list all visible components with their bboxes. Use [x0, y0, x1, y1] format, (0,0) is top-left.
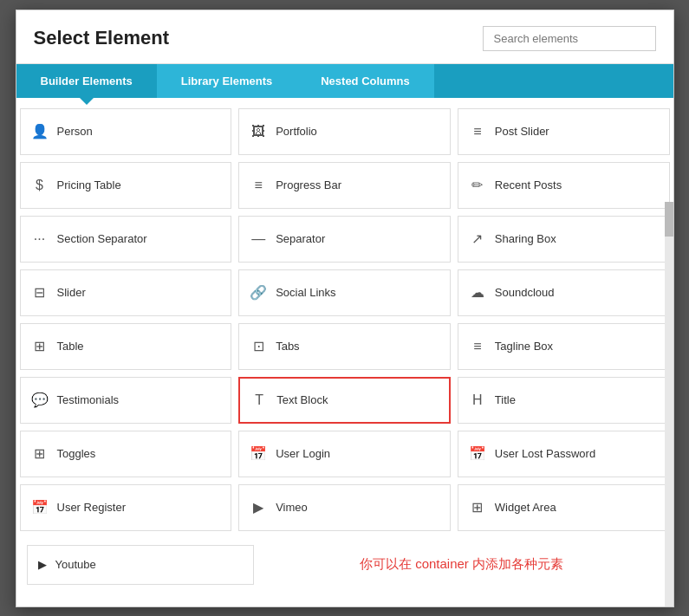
slider-icon: ⊟ — [31, 284, 49, 301]
toggles-label: Toggles — [57, 447, 96, 460]
list-item-person[interactable]: 👤Person — [20, 108, 232, 155]
user-login-label: User Login — [276, 447, 330, 460]
youtube-icon: ▶ — [38, 558, 47, 571]
user-lost-password-icon: 📅 — [469, 445, 486, 462]
person-label: Person — [57, 125, 93, 138]
list-item-soundcloud[interactable]: ☁Soundcloud — [458, 269, 670, 316]
pricing-table-icon: $ — [31, 178, 49, 193]
list-item-separator[interactable]: —Separator — [238, 216, 451, 263]
user-register-icon: 📅 — [31, 499, 49, 515]
list-item-toggles[interactable]: ⊞Toggles — [20, 431, 232, 477]
list-item-text-block[interactable]: TText Block — [238, 377, 451, 424]
tab-nested-columns[interactable]: Nested Columns — [296, 64, 434, 98]
slider-label: Slider — [57, 286, 86, 299]
bottom-area: ▶ Youtube 你可以在 container 内添加各种元素 — [16, 535, 673, 595]
list-item-pricing-table[interactable]: $Pricing Table — [20, 162, 232, 209]
scrollbar-track[interactable] — [665, 202, 673, 606]
recent-posts-icon: ✏ — [469, 177, 486, 193]
soundcloud-label: Soundcloud — [495, 286, 555, 299]
separator-label: Separator — [276, 232, 325, 245]
list-item-table[interactable]: ⊞Table — [20, 323, 232, 370]
list-item-title[interactable]: HTitle — [458, 377, 670, 424]
section-separator-label: Section Separator — [57, 232, 147, 245]
modal-title: Select Element — [34, 27, 170, 49]
list-item-recent-posts[interactable]: ✏Recent Posts — [458, 162, 670, 209]
tagline-box-icon: ≡ — [469, 339, 486, 354]
list-item-sharing-box[interactable]: ↗Sharing Box — [458, 216, 670, 263]
list-item-testimonials[interactable]: 💬Testimonials — [20, 377, 232, 424]
list-item-social-links[interactable]: 🔗Social Links — [238, 269, 451, 316]
tab-builder-elements[interactable]: Builder Elements — [16, 64, 157, 98]
list-item-tagline-box[interactable]: ≡Tagline Box — [458, 323, 670, 370]
list-item-slider[interactable]: ⊟Slider — [20, 269, 232, 316]
user-lost-password-label: User Lost Password — [495, 447, 595, 460]
table-icon: ⊞ — [31, 338, 49, 354]
progress-bar-icon: ≡ — [250, 178, 267, 193]
separator-icon: — — [250, 231, 267, 247]
portfolio-label: Portfolio — [276, 125, 317, 138]
toggles-icon: ⊞ — [31, 445, 49, 462]
user-register-label: User Register — [57, 501, 126, 514]
post-slider-icon: ≡ — [469, 124, 486, 139]
sharing-box-label: Sharing Box — [495, 232, 556, 245]
sharing-box-icon: ↗ — [469, 230, 486, 247]
table-label: Table — [57, 340, 84, 353]
soundcloud-icon: ☁ — [469, 284, 486, 301]
tabs-bar: Builder Elements Library Elements Nested… — [16, 64, 673, 98]
testimonials-label: Testimonials — [57, 393, 120, 406]
portfolio-icon: 🖼 — [250, 124, 267, 139]
progress-bar-label: Progress Bar — [276, 178, 341, 191]
user-login-icon: 📅 — [250, 445, 267, 462]
elements-grid: 👤Person🖼Portfolio≡Post Slider$Pricing Ta… — [16, 105, 673, 535]
list-item-section-separator[interactable]: ···Section Separator — [20, 216, 232, 263]
post-slider-label: Post Slider — [495, 125, 549, 138]
search-input[interactable] — [483, 26, 656, 51]
pricing-table-label: Pricing Table — [57, 178, 121, 191]
list-item-widget-area[interactable]: ⊞Widget Area — [458, 484, 670, 531]
modal-header: Select Element — [16, 10, 673, 64]
list-item-portfolio[interactable]: 🖼Portfolio — [238, 108, 451, 155]
list-item-user-login[interactable]: 📅User Login — [238, 431, 451, 477]
social-links-icon: 🔗 — [250, 284, 267, 301]
tagline-box-label: Tagline Box — [495, 340, 553, 353]
tab-library-elements[interactable]: Library Elements — [157, 64, 297, 98]
youtube-label: Youtube — [55, 558, 96, 571]
testimonials-icon: 💬 — [31, 392, 49, 408]
list-item-post-slider[interactable]: ≡Post Slider — [458, 108, 670, 155]
title-label: Title — [495, 393, 516, 406]
list-item-tabs[interactable]: ⊡Tabs — [238, 323, 451, 370]
social-links-label: Social Links — [276, 286, 335, 299]
list-item-youtube[interactable]: ▶ Youtube — [27, 545, 254, 585]
widget-area-label: Widget Area — [495, 501, 556, 514]
list-item-vimeo[interactable]: ▶Vimeo — [238, 484, 451, 531]
person-icon: 👤 — [31, 123, 49, 139]
select-element-modal: Select Element Builder Elements Library … — [16, 10, 674, 607]
widget-area-icon: ⊞ — [469, 499, 486, 515]
tabs-icon: ⊡ — [250, 338, 267, 354]
recent-posts-label: Recent Posts — [495, 178, 562, 191]
text-block-label: Text Block — [276, 393, 328, 406]
text-block-icon: T — [250, 392, 268, 408]
list-item-progress-bar[interactable]: ≡Progress Bar — [238, 162, 451, 209]
vimeo-label: Vimeo — [276, 501, 308, 514]
scrollbar-thumb[interactable] — [665, 202, 673, 237]
section-separator-icon: ··· — [31, 231, 49, 247]
list-item-user-lost-password[interactable]: 📅User Lost Password — [458, 431, 670, 477]
list-item-user-register[interactable]: 📅User Register — [20, 484, 232, 531]
tabs-label: Tabs — [276, 340, 299, 353]
vimeo-icon: ▶ — [250, 499, 267, 515]
footer-message: 你可以在 container 内添加各种元素 — [257, 556, 666, 573]
title-icon: H — [469, 392, 486, 408]
